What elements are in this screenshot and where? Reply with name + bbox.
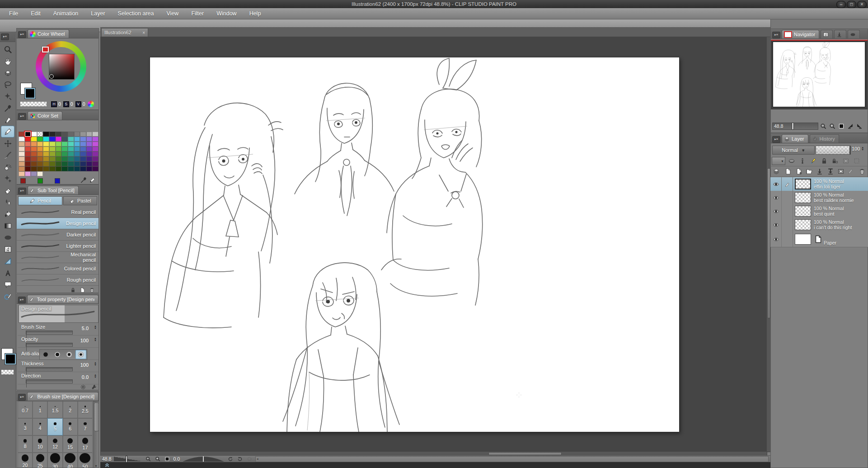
apply-mask-icon[interactable] xyxy=(847,167,856,176)
tool-text-button[interactable] xyxy=(1,267,14,279)
color-swatch[interactable] xyxy=(92,142,99,147)
color-swatch[interactable] xyxy=(61,166,68,171)
color-swatch[interactable] xyxy=(25,156,31,161)
color-swatch[interactable] xyxy=(80,151,86,156)
color-swatch[interactable] xyxy=(19,147,25,151)
tool-frame-button[interactable] xyxy=(1,243,14,255)
nav-flip-horizontal-icon[interactable] xyxy=(846,122,854,130)
scroll-left-arrow-icon[interactable]: ◂ xyxy=(256,457,258,461)
tab-brush-size[interactable]: Brush size [Design pencil] xyxy=(27,392,99,401)
color-swatch[interactable] xyxy=(80,156,86,161)
thickness-slider[interactable] xyxy=(26,367,73,371)
layer-visibility-toggle[interactable] xyxy=(770,204,782,218)
tool-zoom-button[interactable] xyxy=(1,43,14,55)
color-swatch[interactable] xyxy=(74,147,80,151)
tab-navigator[interactable]: Navigator xyxy=(782,30,819,38)
color-swatch[interactable] xyxy=(37,166,43,171)
color-swatch[interactable] xyxy=(56,147,62,151)
panel-menu-icon[interactable]: ▸≡ xyxy=(772,32,780,38)
color-swatch[interactable] xyxy=(61,161,68,166)
draft-layer-icon[interactable] xyxy=(808,157,818,165)
opacity-slider[interactable] xyxy=(26,343,73,347)
blend-mode-select[interactable]: Normal▼ xyxy=(772,146,815,155)
menu-item[interactable]: Help xyxy=(243,8,267,19)
tool-lasso-button[interactable] xyxy=(1,79,14,90)
panel-menu-icon[interactable]: ▸≡ xyxy=(772,136,780,143)
color-swatch[interactable] xyxy=(31,166,37,171)
color-swatch[interactable] xyxy=(25,166,31,171)
color-swatch[interactable] xyxy=(19,151,25,156)
aa-none-button[interactable] xyxy=(40,350,51,359)
color-swatch[interactable] xyxy=(31,142,37,147)
color-swatch[interactable] xyxy=(37,137,43,142)
navigator-zoom-slider[interactable]: 48.8 xyxy=(772,123,818,130)
color-swatch[interactable] xyxy=(68,137,74,142)
color-swatch[interactable] xyxy=(25,161,31,166)
layer-visibility-toggle[interactable] xyxy=(770,218,782,232)
color-swatch[interactable] xyxy=(74,166,80,171)
status-zoom-out-icon[interactable] xyxy=(145,456,151,462)
color-swatch[interactable] xyxy=(86,147,93,151)
tool-blend-button[interactable] xyxy=(1,196,14,208)
brush-size-cell[interactable]: 1.5 xyxy=(47,401,62,418)
lock-transparent-pixels-icon[interactable] xyxy=(830,157,840,165)
color-swatch[interactable] xyxy=(25,147,31,151)
brush-size-cell[interactable]: 20 xyxy=(18,453,33,468)
color-swatch[interactable] xyxy=(43,132,49,137)
status-reset-rotation-icon[interactable] xyxy=(246,456,253,462)
subtool-item[interactable]: Real pencil xyxy=(17,207,99,218)
color-swatch[interactable] xyxy=(61,147,68,151)
color-swatch[interactable] xyxy=(80,137,86,142)
color-swatch[interactable] xyxy=(92,156,99,161)
transparent-color-swatch[interactable] xyxy=(1,370,14,374)
brush-size-cell[interactable]: 17 xyxy=(78,435,93,453)
delete-layer-icon[interactable] xyxy=(858,167,867,176)
color-swatch[interactable] xyxy=(56,137,62,142)
enable-mask-icon[interactable] xyxy=(841,157,850,165)
status-rotate-cw-icon[interactable] xyxy=(236,456,243,462)
color-swatch[interactable] xyxy=(92,161,99,166)
color-swatch[interactable] xyxy=(19,142,25,147)
brush-size-cell[interactable]: 3 xyxy=(18,418,33,435)
tool-pen-button[interactable] xyxy=(1,114,14,126)
color-swatch[interactable] xyxy=(25,137,31,142)
color-swatch[interactable] xyxy=(43,166,49,171)
brush-size-cell[interactable]: 5 xyxy=(47,418,62,435)
layer-row[interactable]: 100 % Normalbest quint xyxy=(770,204,868,218)
color-swatch[interactable] xyxy=(68,147,74,151)
color-swatch[interactable] xyxy=(61,132,68,137)
tool-operation-button[interactable] xyxy=(1,67,14,79)
brush-size-slider[interactable] xyxy=(26,331,73,335)
color-swatch[interactable] xyxy=(49,161,56,166)
color-swatch[interactable] xyxy=(86,166,93,171)
panel-menu-icon[interactable]: ▸≡ xyxy=(1,33,9,40)
expand-up-icon[interactable] xyxy=(104,463,110,468)
history-swatch[interactable] xyxy=(55,178,60,184)
layer-row[interactable]: 100 % Normaleffin loli tiger xyxy=(770,177,868,191)
subtool-item[interactable]: Rough pencil xyxy=(17,274,99,286)
subtool-item[interactable]: Mechanical pencil xyxy=(17,252,99,263)
nav-zoom-in-icon[interactable] xyxy=(828,122,836,130)
color-swatch[interactable] xyxy=(49,147,56,151)
color-swatch[interactable] xyxy=(31,156,37,161)
layer-opacity-slider[interactable] xyxy=(816,146,851,155)
status-zoom-in-icon[interactable] xyxy=(154,456,161,462)
layer-color-button[interactable]: ▼ xyxy=(772,157,785,165)
menu-item[interactable]: Selection area xyxy=(112,8,160,19)
brush-size-cell[interactable]: 2 xyxy=(63,401,78,418)
color-swatch[interactable] xyxy=(61,151,68,156)
color-swatch[interactable] xyxy=(92,151,99,156)
layer-row[interactable]: 100 % Normalbest raildex normie xyxy=(770,191,868,205)
new-vector-layer-icon[interactable] xyxy=(794,167,803,176)
color-swatch[interactable] xyxy=(49,137,56,142)
tool-airbrush-button[interactable] xyxy=(1,161,14,173)
color-swatch[interactable] xyxy=(86,161,93,166)
color-swatch[interactable] xyxy=(37,156,43,161)
aa-weak-button[interactable] xyxy=(52,350,63,359)
menu-item[interactable]: Layer xyxy=(84,8,111,19)
tool-eyedropper-button[interactable] xyxy=(1,102,14,114)
brush-size-cell[interactable]: 15 xyxy=(63,435,78,453)
brush-size-cell[interactable]: 40 xyxy=(63,453,78,468)
color-swatch[interactable] xyxy=(74,142,80,147)
status-zoom-slider[interactable] xyxy=(114,457,142,461)
